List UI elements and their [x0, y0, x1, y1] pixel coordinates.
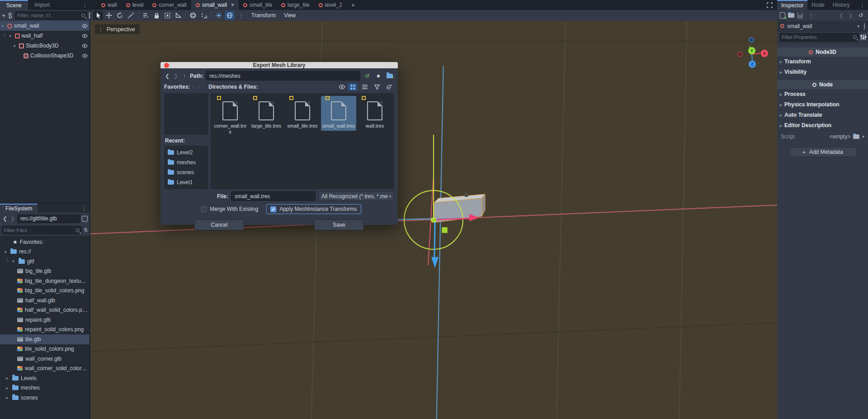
- scene-filter-input[interactable]: [17, 13, 81, 18]
- fs-file[interactable]: half_wall_solid_colors.png: [0, 305, 90, 315]
- camera-preview-icon[interactable]: [188, 11, 198, 20]
- tree-row[interactable]: CollisionShape3D: [0, 51, 90, 61]
- type-filter-dropdown[interactable]: All Recognized (*.tres, *.me ▾: [318, 191, 394, 201]
- y-axis-ball[interactable]: Y: [748, 47, 755, 54]
- object-history-icon[interactable]: ↺: [856, 11, 865, 20]
- checkbox-checked-icon[interactable]: ✓: [270, 206, 276, 212]
- scale-mode-icon[interactable]: [126, 11, 136, 20]
- viewport-3d[interactable]: ⋮ Perspective Y X Z: [90, 21, 777, 419]
- new-resource-icon[interactable]: [780, 12, 785, 19]
- rotate-mode-icon[interactable]: [115, 11, 125, 20]
- tab-scene[interactable]: Scene: [0, 0, 28, 10]
- collapse-icon[interactable]: ▾: [11, 259, 16, 264]
- lock-icon[interactable]: [151, 11, 161, 20]
- inspector-menu-icon[interactable]: ⋮: [857, 0, 868, 10]
- close-tab-icon[interactable]: ×: [231, 2, 234, 8]
- tab-node[interactable]: Node: [807, 0, 829, 10]
- path-input[interactable]: [209, 73, 357, 79]
- fs-favorites[interactable]: ★Favorites:: [0, 237, 90, 247]
- tree-row[interactable]: ▾ StaticBody3D: [0, 41, 90, 51]
- expand-icon[interactable]: ▸: [5, 395, 10, 400]
- fs-folder[interactable]: ▾res://: [0, 247, 90, 257]
- scene-tab-small-wall[interactable]: small_wall×: [191, 0, 239, 10]
- file-tile[interactable]: large_tile.tres: [249, 96, 284, 131]
- list-view-icon[interactable]: [360, 83, 370, 91]
- save-resource-icon[interactable]: [797, 13, 803, 19]
- file-tile[interactable]: small_tile.tres: [285, 96, 320, 131]
- fs-folder[interactable]: └▾gltf: [0, 257, 90, 267]
- select-mode-icon[interactable]: [93, 11, 103, 20]
- open-docs-icon[interactable]: [864, 23, 865, 29]
- add-metadata-button[interactable]: + Add Metadata: [789, 147, 857, 157]
- history-next-icon[interactable]: ❯: [847, 12, 854, 19]
- fav-up-icon[interactable]: ↑: [192, 84, 195, 90]
- view-menu[interactable]: View: [280, 12, 299, 19]
- edited-object-row[interactable]: small_wall ▾: [777, 21, 868, 32]
- group-physics-interpolation[interactable]: ▸Physics Interpolation: [777, 100, 868, 110]
- neg-z-ball[interactable]: [749, 37, 754, 43]
- collapse-icon[interactable]: ▾: [3, 249, 8, 254]
- chevron-down-icon[interactable]: ▾: [862, 134, 864, 139]
- group-icon[interactable]: [162, 11, 172, 20]
- add-node-icon[interactable]: +: [2, 11, 5, 20]
- filesystem-menu-icon[interactable]: ⋮: [78, 204, 90, 213]
- tab-history[interactable]: History: [829, 0, 854, 10]
- scene-tab-level[interactable]: level: [122, 0, 148, 10]
- move-mode-icon[interactable]: [104, 11, 114, 20]
- history-prev-icon[interactable]: ❮: [838, 12, 844, 19]
- recent-item[interactable]: Level1: [165, 177, 208, 187]
- fs-file-selected[interactable]: tile.glb: [0, 334, 90, 344]
- scene-tab-corner-wall[interactable]: corner_wall: [148, 0, 191, 10]
- scene-tab-small-tile[interactable]: small_tile: [239, 0, 277, 10]
- history-back-icon[interactable]: ❮: [2, 215, 8, 222]
- tree-row[interactable]: └ ▾ wall_half: [0, 31, 90, 41]
- z-axis-ball[interactable]: Z: [749, 61, 756, 68]
- ruler-mode-icon[interactable]: [173, 11, 183, 20]
- property-options-icon[interactable]: [861, 34, 866, 40]
- fs-file[interactable]: half_wall.glb: [0, 295, 90, 305]
- fs-file[interactable]: tile_solid_colors.png: [0, 344, 90, 354]
- scene-tab-level-2[interactable]: level_2: [314, 0, 347, 10]
- fav-down-icon[interactable]: ↓: [197, 84, 200, 90]
- recent-item[interactable]: scenes: [165, 167, 208, 177]
- grid-view-icon[interactable]: [348, 83, 358, 91]
- visibility-eye-icon[interactable]: [82, 44, 88, 48]
- load-resource-icon[interactable]: [788, 13, 794, 18]
- resource-menu-icon[interactable]: ⋮: [806, 12, 817, 19]
- checkbox-unchecked-icon[interactable]: [201, 206, 207, 212]
- fs-file[interactable]: repaint.glb: [0, 315, 90, 325]
- gizmo-z-arrowhead[interactable]: [431, 257, 439, 268]
- gizmo-origin[interactable]: [431, 217, 436, 223]
- collapse-icon[interactable]: ▾: [8, 33, 13, 38]
- script-value[interactable]: <empty>: [830, 133, 851, 140]
- fs-file[interactable]: big_tile.glb: [0, 267, 90, 276]
- favorite-star-icon[interactable]: ★: [374, 71, 383, 81]
- fs-folder[interactable]: ▸meshes: [0, 383, 90, 393]
- sort-files-icon[interactable]: ⇅: [84, 227, 88, 233]
- filter-funnel-icon[interactable]: [372, 83, 382, 91]
- new-folder-icon[interactable]: [385, 71, 394, 81]
- file-tile[interactable]: wall.tres: [357, 96, 392, 131]
- tab-filesystem[interactable]: FileSystem: [0, 204, 38, 213]
- cancel-button[interactable]: Cancel: [194, 219, 244, 230]
- neg-x-ball[interactable]: [737, 52, 743, 57]
- dir-forward-icon[interactable]: ❯: [173, 73, 179, 79]
- group-process[interactable]: ▸Process: [777, 89, 868, 100]
- group-auto-translate[interactable]: ▸Auto Translate: [777, 110, 868, 120]
- file-name-input[interactable]: [235, 193, 312, 200]
- sort-options-icon[interactable]: [384, 83, 394, 91]
- file-tile-selected[interactable]: small_wall.tres: [321, 96, 356, 131]
- fs-file[interactable]: repaint_solid_colors.png: [0, 325, 90, 335]
- filter-properties-input[interactable]: [782, 34, 853, 40]
- expand-icon[interactable]: ▸: [5, 376, 10, 381]
- tab-inspector[interactable]: Inspector: [777, 0, 807, 10]
- scene-tab-wall[interactable]: wall: [97, 0, 122, 10]
- fs-file[interactable]: big_tile_dungeon_texture....: [0, 276, 90, 286]
- gizmo-x-arrowhead[interactable]: [469, 214, 479, 221]
- instance-scene-icon[interactable]: [7, 11, 13, 20]
- collapse-icon[interactable]: ▾: [0, 24, 5, 29]
- apply-meshinstance-transforms-option[interactable]: ✓ Apply MeshInstance Transforms: [266, 204, 361, 214]
- scene-tab-large-tile[interactable]: large_tile: [277, 0, 314, 10]
- load-script-icon[interactable]: [853, 134, 859, 139]
- fs-file[interactable]: wall_corner_solid_colors.p...: [0, 364, 90, 374]
